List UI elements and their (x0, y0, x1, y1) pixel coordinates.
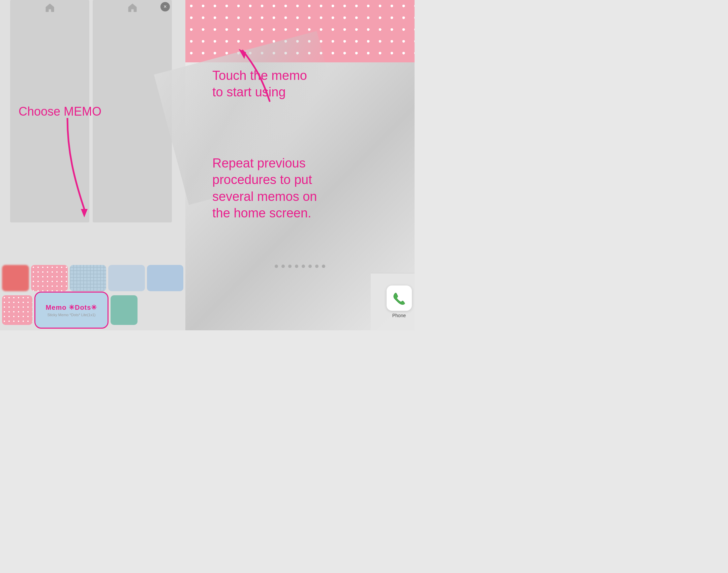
page-dot-7 (315, 265, 318, 268)
widget-row-1 (0, 263, 185, 293)
page-dots (275, 265, 325, 268)
home-icon-2 (127, 3, 138, 13)
home-icon (45, 3, 55, 13)
choose-memo-label: Choose MEMO (19, 104, 101, 119)
instruction-text-2: Repeat previousprocedures to putseveral … (212, 155, 401, 222)
phone-icon (387, 285, 412, 311)
teal-widget[interactable] (111, 295, 138, 325)
dock-item-phone[interactable]: Phone (384, 285, 414, 318)
page-dot-5 (302, 265, 305, 268)
memo-dots-title: Memo ✳Dots✳ (46, 303, 97, 311)
polka-pink-bottom[interactable] (2, 295, 32, 325)
page-dot-2 (281, 265, 285, 268)
widget-slot-right[interactable]: × (93, 0, 172, 222)
memo-dots-widget[interactable]: Memo ✳Dots✳ Sticky Memo *Dots* Lite(1x1) (34, 292, 109, 329)
page-dot-3 (288, 265, 292, 268)
right-panel: Touch the memoto start using Repeat prev… (185, 0, 415, 330)
check-blue2-widget[interactable] (108, 265, 145, 291)
red-widget-item[interactable] (2, 265, 29, 291)
page-dot-8-active (322, 265, 325, 268)
close-button[interactable]: × (160, 2, 170, 11)
page-dot-6 (308, 265, 312, 268)
check-blue-widget[interactable] (70, 265, 107, 291)
instruction-text-1: Touch the memoto start using (212, 67, 307, 101)
page-dot-1 (275, 265, 278, 268)
polka-pink-widget[interactable] (31, 265, 68, 291)
phone-label: Phone (392, 313, 406, 318)
blue-widget[interactable] (147, 265, 184, 291)
page-dot-4 (295, 265, 298, 268)
bottom-dock: Phone =) Messaging (371, 273, 415, 330)
widget-row-2: Memo ✳Dots✳ Sticky Memo *Dots* Lite(1x1) (0, 293, 185, 327)
left-panel: × Choose MEMO Memo ✳Dots✳ Sticky Memo *D… (0, 0, 185, 330)
memo-dots-subtitle: Sticky Memo *Dots* Lite(1x1) (47, 313, 95, 317)
